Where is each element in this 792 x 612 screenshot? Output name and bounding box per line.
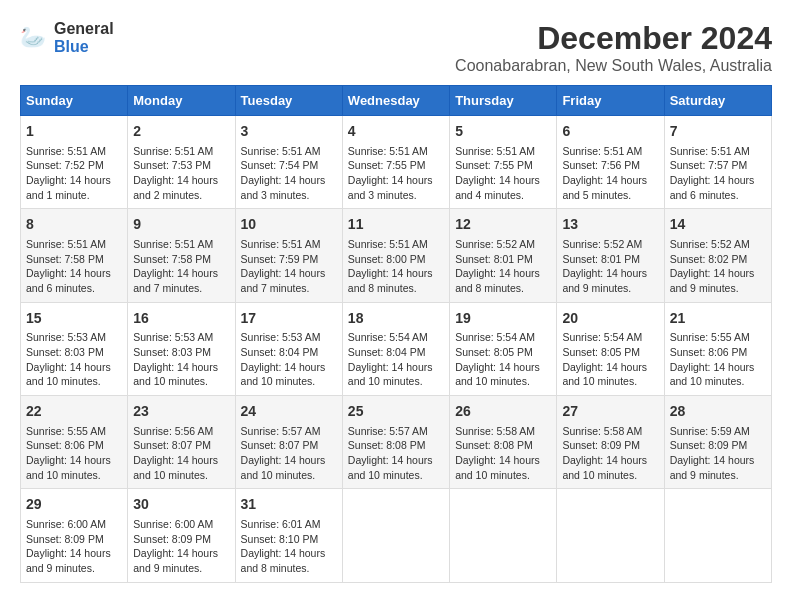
daylight-hours: Daylight: 14 hours and 10 minutes. bbox=[26, 453, 122, 482]
day-number: 20 bbox=[562, 309, 658, 329]
calendar-cell: 14Sunrise: 5:52 AMSunset: 8:02 PMDayligh… bbox=[664, 209, 771, 302]
sunrise-time: Sunrise: 5:57 AM bbox=[348, 424, 444, 439]
calendar-cell: 12Sunrise: 5:52 AMSunset: 8:01 PMDayligh… bbox=[450, 209, 557, 302]
calendar-cell: 18Sunrise: 5:54 AMSunset: 8:04 PMDayligh… bbox=[342, 302, 449, 395]
calendar-cell: 16Sunrise: 5:53 AMSunset: 8:03 PMDayligh… bbox=[128, 302, 235, 395]
calendar-cell: 10Sunrise: 5:51 AMSunset: 7:59 PMDayligh… bbox=[235, 209, 342, 302]
day-number: 16 bbox=[133, 309, 229, 329]
day-number: 17 bbox=[241, 309, 337, 329]
sunset-time: Sunset: 8:04 PM bbox=[348, 345, 444, 360]
calendar-cell bbox=[664, 489, 771, 582]
sunset-time: Sunset: 8:05 PM bbox=[562, 345, 658, 360]
daylight-hours: Daylight: 14 hours and 9 minutes. bbox=[670, 266, 766, 295]
calendar-cell: 20Sunrise: 5:54 AMSunset: 8:05 PMDayligh… bbox=[557, 302, 664, 395]
calendar-cell: 19Sunrise: 5:54 AMSunset: 8:05 PMDayligh… bbox=[450, 302, 557, 395]
daylight-hours: Daylight: 14 hours and 9 minutes. bbox=[670, 453, 766, 482]
daylight-hours: Daylight: 14 hours and 10 minutes. bbox=[133, 360, 229, 389]
sunset-time: Sunset: 7:59 PM bbox=[241, 252, 337, 267]
sunrise-time: Sunrise: 5:52 AM bbox=[455, 237, 551, 252]
sunset-time: Sunset: 8:07 PM bbox=[241, 438, 337, 453]
day-number: 10 bbox=[241, 215, 337, 235]
calendar-cell: 23Sunrise: 5:56 AMSunset: 8:07 PMDayligh… bbox=[128, 396, 235, 489]
day-number: 14 bbox=[670, 215, 766, 235]
calendar-row: 1Sunrise: 5:51 AMSunset: 7:52 PMDaylight… bbox=[21, 116, 772, 209]
calendar-cell: 17Sunrise: 5:53 AMSunset: 8:04 PMDayligh… bbox=[235, 302, 342, 395]
svg-text:🦢: 🦢 bbox=[20, 24, 47, 50]
calendar-cell: 26Sunrise: 5:58 AMSunset: 8:08 PMDayligh… bbox=[450, 396, 557, 489]
day-number: 4 bbox=[348, 122, 444, 142]
sunrise-time: Sunrise: 5:52 AM bbox=[670, 237, 766, 252]
calendar-cell: 7Sunrise: 5:51 AMSunset: 7:57 PMDaylight… bbox=[664, 116, 771, 209]
sunrise-time: Sunrise: 5:51 AM bbox=[133, 237, 229, 252]
sunset-time: Sunset: 8:03 PM bbox=[26, 345, 122, 360]
sunrise-time: Sunrise: 5:51 AM bbox=[26, 144, 122, 159]
day-number: 22 bbox=[26, 402, 122, 422]
daylight-hours: Daylight: 14 hours and 3 minutes. bbox=[241, 173, 337, 202]
day-number: 27 bbox=[562, 402, 658, 422]
day-number: 8 bbox=[26, 215, 122, 235]
sunrise-time: Sunrise: 5:58 AM bbox=[562, 424, 658, 439]
daylight-hours: Daylight: 14 hours and 10 minutes. bbox=[670, 360, 766, 389]
day-number: 28 bbox=[670, 402, 766, 422]
daylight-hours: Daylight: 14 hours and 9 minutes. bbox=[133, 546, 229, 575]
day-number: 26 bbox=[455, 402, 551, 422]
daylight-hours: Daylight: 14 hours and 10 minutes. bbox=[241, 453, 337, 482]
daylight-hours: Daylight: 14 hours and 6 minutes. bbox=[26, 266, 122, 295]
calendar-cell: 22Sunrise: 5:55 AMSunset: 8:06 PMDayligh… bbox=[21, 396, 128, 489]
daylight-hours: Daylight: 14 hours and 10 minutes. bbox=[348, 453, 444, 482]
daylight-hours: Daylight: 14 hours and 8 minutes. bbox=[455, 266, 551, 295]
header-wednesday: Wednesday bbox=[342, 86, 449, 116]
daylight-hours: Daylight: 14 hours and 7 minutes. bbox=[241, 266, 337, 295]
daylight-hours: Daylight: 14 hours and 6 minutes. bbox=[670, 173, 766, 202]
page-header: 🦢 General Blue December 2024 Coonabarabr… bbox=[20, 20, 772, 75]
sunset-time: Sunset: 7:53 PM bbox=[133, 158, 229, 173]
daylight-hours: Daylight: 14 hours and 3 minutes. bbox=[348, 173, 444, 202]
page-title: December 2024 bbox=[455, 20, 772, 57]
sunset-time: Sunset: 8:09 PM bbox=[26, 532, 122, 547]
sunrise-time: Sunrise: 5:54 AM bbox=[455, 330, 551, 345]
day-number: 25 bbox=[348, 402, 444, 422]
calendar-cell: 13Sunrise: 5:52 AMSunset: 8:01 PMDayligh… bbox=[557, 209, 664, 302]
sunrise-time: Sunrise: 5:51 AM bbox=[348, 237, 444, 252]
calendar-cell: 4Sunrise: 5:51 AMSunset: 7:55 PMDaylight… bbox=[342, 116, 449, 209]
sunset-time: Sunset: 8:09 PM bbox=[670, 438, 766, 453]
daylight-hours: Daylight: 14 hours and 9 minutes. bbox=[562, 266, 658, 295]
day-number: 23 bbox=[133, 402, 229, 422]
daylight-hours: Daylight: 14 hours and 10 minutes. bbox=[348, 360, 444, 389]
daylight-hours: Daylight: 14 hours and 7 minutes. bbox=[133, 266, 229, 295]
calendar-row: 8Sunrise: 5:51 AMSunset: 7:58 PMDaylight… bbox=[21, 209, 772, 302]
calendar-cell: 28Sunrise: 5:59 AMSunset: 8:09 PMDayligh… bbox=[664, 396, 771, 489]
sunrise-time: Sunrise: 5:52 AM bbox=[562, 237, 658, 252]
sunrise-time: Sunrise: 5:51 AM bbox=[241, 237, 337, 252]
calendar-cell bbox=[557, 489, 664, 582]
day-number: 13 bbox=[562, 215, 658, 235]
sunrise-time: Sunrise: 6:00 AM bbox=[133, 517, 229, 532]
header-friday: Friday bbox=[557, 86, 664, 116]
calendar-cell: 1Sunrise: 5:51 AMSunset: 7:52 PMDaylight… bbox=[21, 116, 128, 209]
day-number: 24 bbox=[241, 402, 337, 422]
sunrise-time: Sunrise: 5:53 AM bbox=[26, 330, 122, 345]
daylight-hours: Daylight: 14 hours and 10 minutes. bbox=[562, 453, 658, 482]
sunrise-time: Sunrise: 5:54 AM bbox=[348, 330, 444, 345]
sunset-time: Sunset: 8:06 PM bbox=[670, 345, 766, 360]
logo: 🦢 General Blue bbox=[20, 20, 114, 56]
day-number: 29 bbox=[26, 495, 122, 515]
calendar-cell: 2Sunrise: 5:51 AMSunset: 7:53 PMDaylight… bbox=[128, 116, 235, 209]
header-thursday: Thursday bbox=[450, 86, 557, 116]
calendar-cell: 15Sunrise: 5:53 AMSunset: 8:03 PMDayligh… bbox=[21, 302, 128, 395]
sunrise-time: Sunrise: 5:58 AM bbox=[455, 424, 551, 439]
sunrise-time: Sunrise: 5:51 AM bbox=[670, 144, 766, 159]
calendar-header-row: SundayMondayTuesdayWednesdayThursdayFrid… bbox=[21, 86, 772, 116]
daylight-hours: Daylight: 14 hours and 4 minutes. bbox=[455, 173, 551, 202]
sunset-time: Sunset: 8:00 PM bbox=[348, 252, 444, 267]
day-number: 3 bbox=[241, 122, 337, 142]
sunset-time: Sunset: 8:08 PM bbox=[455, 438, 551, 453]
daylight-hours: Daylight: 14 hours and 8 minutes. bbox=[348, 266, 444, 295]
sunset-time: Sunset: 7:58 PM bbox=[133, 252, 229, 267]
sunrise-time: Sunrise: 6:00 AM bbox=[26, 517, 122, 532]
calendar-cell: 11Sunrise: 5:51 AMSunset: 8:00 PMDayligh… bbox=[342, 209, 449, 302]
sunrise-time: Sunrise: 5:59 AM bbox=[670, 424, 766, 439]
sunset-time: Sunset: 7:57 PM bbox=[670, 158, 766, 173]
sunset-time: Sunset: 8:06 PM bbox=[26, 438, 122, 453]
calendar-row: 29Sunrise: 6:00 AMSunset: 8:09 PMDayligh… bbox=[21, 489, 772, 582]
